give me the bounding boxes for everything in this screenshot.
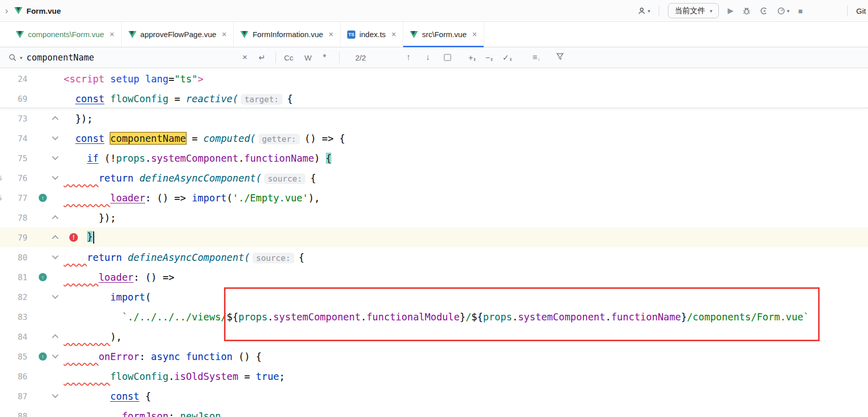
- close-icon[interactable]: ×: [222, 30, 227, 39]
- code-line-83[interactable]: 83 `./../../../views/${props.systemCompo…: [0, 307, 868, 326]
- line-number[interactable]: 76: [0, 173, 27, 183]
- line-number[interactable]: 75: [0, 153, 27, 163]
- code-line-24[interactable]: 24<script setup lang="ts">: [0, 69, 868, 88]
- remove-occurrence-button[interactable]: −II: [485, 53, 492, 62]
- error-icon[interactable]: !: [69, 233, 78, 242]
- filter-lines-button[interactable]: ≡↓: [533, 53, 540, 62]
- close-icon[interactable]: ×: [109, 30, 114, 39]
- line-number[interactable]: 88: [0, 411, 27, 417]
- fold-down-icon[interactable]: [52, 173, 59, 180]
- line-number[interactable]: 87: [0, 391, 27, 401]
- chevron-down-icon: ▾: [710, 8, 712, 14]
- line-number[interactable]: 24: [0, 74, 27, 83]
- code-token: ${: [471, 311, 483, 322]
- fold-down-icon[interactable]: [52, 154, 59, 160]
- debug-button[interactable]: [742, 7, 751, 15]
- tab-forminformation-vue[interactable]: FormInformation.vue×: [234, 22, 341, 47]
- open-in-window-button[interactable]: [444, 54, 451, 61]
- match-case-button[interactable]: Cc: [284, 53, 293, 62]
- editor[interactable]: 24<script setup lang="ts">69 const flowC…: [0, 68, 868, 417]
- fold-down-icon[interactable]: [52, 134, 59, 140]
- line-number[interactable]: 77: [0, 193, 27, 202]
- code-line-85[interactable]: 85↑ onError: async function () {: [0, 346, 868, 366]
- code-line-75[interactable]: 75 if (!props.systemComponent.functionNa…: [0, 148, 868, 168]
- code-text: import(: [64, 291, 151, 303]
- coverage-button[interactable]: [760, 7, 768, 15]
- down-arrow-icon: ↓: [538, 56, 540, 62]
- close-icon[interactable]: ×: [472, 30, 477, 39]
- line-number[interactable]: 83: [0, 312, 27, 321]
- add-occurrence-button[interactable]: +II: [468, 53, 475, 62]
- tab-components-form-vue[interactable]: components\Form.vue×: [9, 22, 122, 47]
- back-chevron-icon[interactable]: ›: [5, 6, 8, 16]
- prev-match-button[interactable]: ↑: [406, 52, 411, 63]
- line-number[interactable]: 73: [0, 113, 27, 123]
- code-line-77[interactable]: 577↑ loader: () => import('./Empty.vue')…: [0, 188, 868, 207]
- gutter: 79: [0, 227, 64, 247]
- tab-src-form-vue[interactable]: src\Form.vue×: [403, 22, 484, 47]
- gutter-arrow-icon[interactable]: ↑: [39, 273, 47, 281]
- close-icon[interactable]: ×: [329, 30, 333, 39]
- fold-up-icon[interactable]: [52, 235, 59, 242]
- whole-words-button[interactable]: W: [304, 53, 312, 62]
- line-number[interactable]: 81: [0, 272, 27, 282]
- tab-approveflowpage-vue[interactable]: approveFlowPage.vue×: [122, 22, 234, 47]
- fold-down-icon[interactable]: [52, 392, 59, 398]
- run-button[interactable]: ▶: [727, 6, 734, 15]
- code-line-84[interactable]: 84 ),: [0, 326, 868, 346]
- search-input[interactable]: componentName: [26, 52, 94, 63]
- code-line-87[interactable]: 87 const {: [0, 386, 868, 406]
- code-line-88[interactable]: 88 formJson: newJson,: [0, 406, 868, 417]
- line-number[interactable]: 78: [0, 213, 27, 222]
- user-icon[interactable]: ▾: [637, 7, 650, 15]
- run-config-button[interactable]: 当前文件 ▾: [668, 3, 719, 18]
- line-number[interactable]: 86: [0, 371, 27, 381]
- fold-down-icon[interactable]: [52, 352, 59, 359]
- line-number[interactable]: 80: [0, 252, 27, 262]
- gutter-arrow-icon[interactable]: ↑: [39, 352, 47, 361]
- code-token: functionName: [611, 311, 681, 322]
- regex-button[interactable]: *: [323, 52, 326, 63]
- fold-up-icon[interactable]: [52, 116, 59, 123]
- code-line-82[interactable]: 82 import(: [0, 287, 868, 307]
- line-number[interactable]: 84: [0, 332, 27, 341]
- gutter-arrow-icon[interactable]: ↑: [39, 194, 47, 202]
- git-menu[interactable]: Git: [856, 7, 866, 15]
- next-match-button[interactable]: ↓: [426, 52, 430, 63]
- code-text: return defineAsyncComponent(source:{: [64, 172, 316, 184]
- line-number[interactable]: 85: [0, 351, 27, 361]
- fold-down-icon[interactable]: [52, 292, 59, 299]
- tab-index-ts[interactable]: TSindex.ts×: [341, 22, 403, 47]
- code-token: import: [110, 291, 146, 303]
- code-line-86[interactable]: 86 flowConfig.isOldSystem = true;: [0, 366, 868, 386]
- clear-search-button[interactable]: ×: [242, 52, 247, 63]
- glyph: +: [468, 53, 473, 62]
- line-number[interactable]: 74: [0, 133, 27, 143]
- code-token: const: [75, 133, 104, 144]
- code-line-69[interactable]: 69 const flowConfig = reactive(target:{: [0, 88, 868, 108]
- line-number[interactable]: 79: [0, 232, 27, 242]
- code-line-79[interactable]: 79 }!: [0, 227, 868, 247]
- funnel-filter-button[interactable]: [556, 52, 564, 63]
- search-icon[interactable]: ▾: [8, 53, 22, 62]
- code-line-81[interactable]: 81↑ loader: () =>: [0, 267, 868, 287]
- code-text: loader: () =>: [64, 272, 174, 283]
- fold-down-icon[interactable]: [52, 253, 59, 259]
- close-icon[interactable]: ×: [391, 30, 396, 39]
- select-all-occurrences-button[interactable]: ✓II: [502, 53, 511, 63]
- code-line-78[interactable]: 78 });: [0, 207, 868, 227]
- code-line-73[interactable]: 73 });: [0, 108, 868, 128]
- profiler-button[interactable]: ▾: [777, 7, 790, 15]
- fold-up-icon[interactable]: [52, 215, 59, 222]
- code-token: () => {: [304, 133, 345, 144]
- stop-button[interactable]: ■: [798, 7, 803, 15]
- fold-up-icon[interactable]: [52, 334, 59, 341]
- code-line-74[interactable]: 74 const componentName = computed(getter…: [0, 128, 868, 148]
- line-number[interactable]: 82: [0, 292, 27, 302]
- gutter: 87: [0, 386, 64, 406]
- code-line-76[interactable]: 676 return defineAsyncComponent(source:{: [0, 168, 868, 188]
- code-line-80[interactable]: 80 return defineAsyncComponent(source:{: [0, 247, 868, 267]
- code-text: onError: async function () {: [64, 351, 262, 362]
- line-number[interactable]: 69: [0, 94, 27, 103]
- newline-button[interactable]: ↵: [259, 53, 265, 63]
